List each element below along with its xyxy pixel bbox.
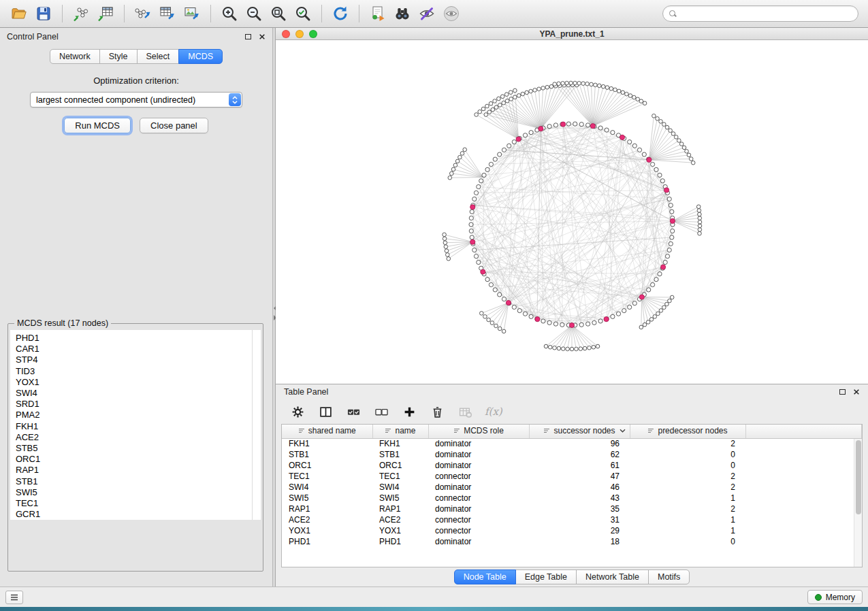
mcds-result-item[interactable]: SWI4 [16,388,261,399]
tab-mcds[interactable]: MCDS [178,49,223,64]
table-row[interactable]: PHD1PHD1dominator180 [282,536,862,547]
table-row[interactable]: SWI5SWI5connector431 [282,493,862,503]
table-cell[interactable]: PHD1 [282,536,372,547]
table-row[interactable]: TEC1TEC1connector472 [282,471,862,482]
toolbar-search[interactable] [662,5,858,22]
show-graphics-button[interactable] [439,3,464,24]
table-cell[interactable]: connector [428,514,529,525]
mcds-result-item[interactable]: STB1 [16,476,261,487]
table-cell[interactable]: 47 [529,471,630,482]
window-minimize-button[interactable] [295,30,304,38]
table-cell[interactable]: 61 [529,460,630,471]
mcds-result-item[interactable]: SRD1 [16,399,261,410]
zoom-selected-button[interactable] [291,3,315,24]
table-cell[interactable]: YOX1 [372,525,428,536]
mcds-result-item[interactable]: STB5 [16,443,261,454]
table-cell[interactable]: connector [428,471,529,482]
table-cell[interactable]: FKH1 [372,438,428,449]
column-header-predecessor-nodes[interactable]: predecessor nodes [630,425,745,438]
column-header-name[interactable]: name [372,425,428,438]
show-panels-button[interactable] [5,591,23,604]
table-cell[interactable]: 31 [529,514,630,525]
table-cell[interactable]: 43 [529,493,630,503]
mcds-result-item[interactable]: TID3 [16,366,261,377]
zoom-out-button[interactable] [242,3,266,24]
table-cell[interactable]: 1 [630,525,745,536]
table-cell[interactable]: 62 [529,449,630,460]
table-cell[interactable]: 29 [529,525,630,536]
table-cell[interactable]: SWI5 [282,493,372,503]
table-row[interactable]: ORC1ORC1dominator610 [282,460,862,471]
tab-motifs[interactable]: Motifs [648,569,690,584]
zoom-fit-button[interactable] [266,3,291,24]
delete-column-button[interactable] [429,403,445,420]
refresh-button[interactable] [328,3,353,24]
column-header-shared-name[interactable]: shared name [282,425,372,438]
mcds-result-item[interactable]: TEC1 [16,498,261,509]
create-column-button[interactable] [401,403,417,420]
float-panel-icon[interactable] [839,389,846,395]
table-cell[interactable]: SWI4 [282,482,372,493]
export-table-button[interactable] [155,3,180,24]
save-session-button[interactable] [31,3,56,24]
table-cell[interactable]: 2 [630,503,745,514]
mcds-result-item[interactable]: ORC1 [16,454,261,465]
memory-button[interactable]: Memory [807,590,863,604]
close-panel-button[interactable]: Close panel [140,118,208,133]
tab-select[interactable]: Select [137,49,180,64]
export-image-button[interactable] [180,3,204,24]
table-cell[interactable]: dominator [428,438,529,449]
mcds-result-item[interactable]: STP4 [16,354,261,365]
mcds-result-item[interactable]: CAR1 [16,344,261,354]
table-cell[interactable]: STB1 [282,449,372,460]
mcds-result-item[interactable]: ACE2 [16,432,261,443]
mcds-result-item[interactable]: YOX1 [16,377,261,388]
search-network-button[interactable] [390,3,415,24]
table-cell[interactable]: TEC1 [282,471,372,482]
export-network-button[interactable] [131,3,155,24]
table-cell[interactable]: dominator [428,503,529,514]
table-cell[interactable]: connector [428,493,529,503]
mcds-result-item[interactable]: RAP1 [16,465,261,476]
table-cell[interactable]: 0 [630,536,745,547]
close-panel-icon[interactable] [853,389,860,395]
table-row[interactable]: SWI4SWI4dominator462 [282,482,862,493]
table-cell[interactable]: 1 [630,493,745,503]
close-panel-icon[interactable] [259,33,266,40]
table-cell[interactable]: PHD1 [372,536,428,547]
table-row[interactable]: YOX1YOX1connector291 [282,525,862,536]
import-network-button[interactable] [69,3,93,24]
table-cell[interactable]: 2 [630,438,745,449]
mcds-result-list[interactable]: PHD1CAR1STP4TID3YOX1SWI4SRD1PMA2FKH1ACE2… [10,330,261,520]
tab-edge-table[interactable]: Edge Table [515,569,577,584]
network-view[interactable] [276,40,868,384]
clone-network-button[interactable] [366,3,390,24]
select-all-button[interactable] [345,403,361,420]
tab-style[interactable]: Style [99,49,138,64]
table-cell[interactable]: YOX1 [282,525,372,536]
table-cell[interactable]: ACE2 [372,514,428,525]
window-zoom-button[interactable] [309,30,317,38]
table-cell[interactable]: 96 [529,438,630,449]
table-cell[interactable]: STB1 [372,449,428,460]
network-canvas[interactable] [276,40,868,384]
mcds-result-item[interactable]: GCR1 [16,509,261,520]
table-cell[interactable]: dominator [428,482,529,493]
open-file-button[interactable] [7,3,31,24]
table-cell[interactable]: SWI4 [372,482,428,493]
table-cell[interactable]: ACE2 [282,514,372,525]
table-row[interactable]: FKH1FKH1dominator962 [282,438,862,449]
table-cell[interactable]: SWI5 [372,493,428,503]
hide-graphics-button[interactable] [415,3,439,24]
tab-network[interactable]: Network [50,49,100,64]
float-panel-icon[interactable] [245,34,251,39]
table-cell[interactable]: dominator [428,536,529,547]
table-cell[interactable]: dominator [428,449,529,460]
table-cell[interactable]: 0 [630,460,745,471]
table-cell[interactable]: ORC1 [372,460,428,471]
show-columns-button[interactable] [317,403,334,420]
table-cell[interactable]: dominator [428,460,529,471]
table-cell[interactable]: TEC1 [372,471,428,482]
import-table-button[interactable] [93,3,118,24]
table-cell[interactable]: RAP1 [372,503,428,514]
